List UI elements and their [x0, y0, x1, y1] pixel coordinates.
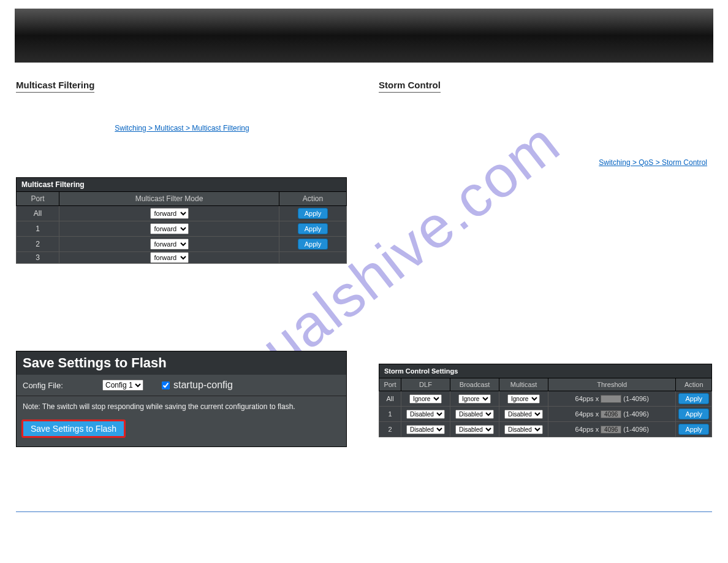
- table-row: All forward Apply: [17, 206, 347, 221]
- section-title-left: Multicast Filtering: [16, 80, 94, 93]
- mf-port: 1: [17, 221, 59, 237]
- sc-broadcast-select[interactable]: Disabled: [455, 410, 494, 419]
- mf-port: 2: [17, 237, 59, 252]
- sc-multicast-select[interactable]: Ignore: [507, 394, 540, 404]
- mf-mode-select[interactable]: forward: [150, 252, 189, 263]
- threshold-range: (1-4096): [623, 410, 649, 418]
- section-title-right: Storm Control: [379, 80, 441, 93]
- apply-button[interactable]: Apply: [678, 408, 709, 419]
- mf-table-title: Multicast Filtering: [17, 178, 347, 192]
- sc-port: All: [379, 391, 401, 407]
- threshold-range: (1-4096): [623, 426, 649, 433]
- flash-panel-title: Save Settings to Flash: [17, 351, 346, 375]
- mf-mode-select[interactable]: forward: [150, 208, 189, 219]
- table-row: 2 Disabled Disabled Disabled 64pps x (1-…: [379, 422, 712, 437]
- sc-multicast-select[interactable]: Disabled: [504, 410, 543, 419]
- mf-mode-select[interactable]: forward: [150, 239, 189, 250]
- config-file-label: Config File:: [23, 381, 84, 390]
- sc-header-port: Port: [379, 378, 401, 391]
- mf-mode-select[interactable]: forward: [150, 223, 189, 234]
- apply-button[interactable]: Apply: [298, 208, 328, 219]
- config-file-select[interactable]: Config 1: [102, 380, 143, 391]
- flash-note: Note: The switch will stop responding wh…: [17, 396, 346, 419]
- sc-multicast-select[interactable]: Disabled: [504, 425, 543, 434]
- nav-path-left[interactable]: Switching > Multicast > Multicast Filter…: [115, 124, 249, 132]
- table-row: 2 forward Apply: [17, 237, 347, 252]
- startup-config-label: startup-config: [173, 380, 233, 391]
- storm-control-table: Storm Control Settings Port DLF Broadcas…: [379, 364, 712, 437]
- threshold-prefix: 64pps x: [575, 395, 599, 402]
- sc-header-multicast: Multicast: [499, 378, 548, 391]
- sc-port: 1: [379, 407, 401, 422]
- startup-config-checkbox[interactable]: [162, 381, 170, 389]
- sc-dlf-select[interactable]: Ignore: [409, 394, 442, 404]
- sc-header-threshold: Threshold: [548, 378, 676, 391]
- multicast-filtering-table: Multicast Filtering Port Multicast Filte…: [16, 177, 347, 264]
- apply-button[interactable]: Apply: [298, 223, 328, 234]
- mf-header-mode: Multicast Filter Mode: [59, 192, 279, 206]
- save-settings-button[interactable]: Save Settings to Flash: [21, 419, 126, 438]
- sc-dlf-select[interactable]: Disabled: [406, 425, 445, 434]
- mf-port: All: [17, 206, 59, 221]
- apply-button[interactable]: Apply: [678, 393, 709, 404]
- sc-header-action: Action: [676, 378, 712, 391]
- footer-divider: [16, 511, 712, 512]
- page-banner: [15, 9, 713, 63]
- table-row: All Ignore Ignore Ignore 64pps x (1-4096…: [379, 391, 712, 407]
- apply-button[interactable]: Apply: [678, 424, 709, 435]
- table-row: 3 forward Apply: [17, 252, 347, 264]
- sc-broadcast-select[interactable]: Disabled: [455, 425, 494, 434]
- sc-header-dlf: DLF: [401, 378, 450, 391]
- apply-button[interactable]: Apply: [298, 239, 328, 250]
- table-row: 1 Disabled Disabled Disabled 64pps x (1-…: [379, 407, 712, 422]
- sc-dlf-select[interactable]: Disabled: [406, 410, 445, 419]
- mf-header-action: Action: [279, 192, 347, 206]
- mf-port: 3: [17, 252, 59, 264]
- table-row: 1 forward Apply: [17, 221, 347, 237]
- threshold-range: (1-4096): [623, 395, 649, 402]
- threshold-input[interactable]: [601, 426, 621, 434]
- mf-header-port: Port: [17, 192, 59, 206]
- sc-table-title: Storm Control Settings: [379, 364, 712, 378]
- sc-broadcast-select[interactable]: Ignore: [458, 394, 491, 404]
- threshold-input[interactable]: [601, 410, 621, 418]
- threshold-prefix: 64pps x: [575, 410, 599, 418]
- threshold-input[interactable]: [601, 395, 621, 403]
- sc-port: 2: [379, 422, 401, 437]
- nav-path-right[interactable]: Switching > QoS > Storm Control: [599, 158, 707, 167]
- threshold-prefix: 64pps x: [575, 426, 599, 433]
- save-settings-panel: Save Settings to Flash Config File: Conf…: [16, 351, 347, 447]
- sc-header-broadcast: Broadcast: [450, 378, 499, 391]
